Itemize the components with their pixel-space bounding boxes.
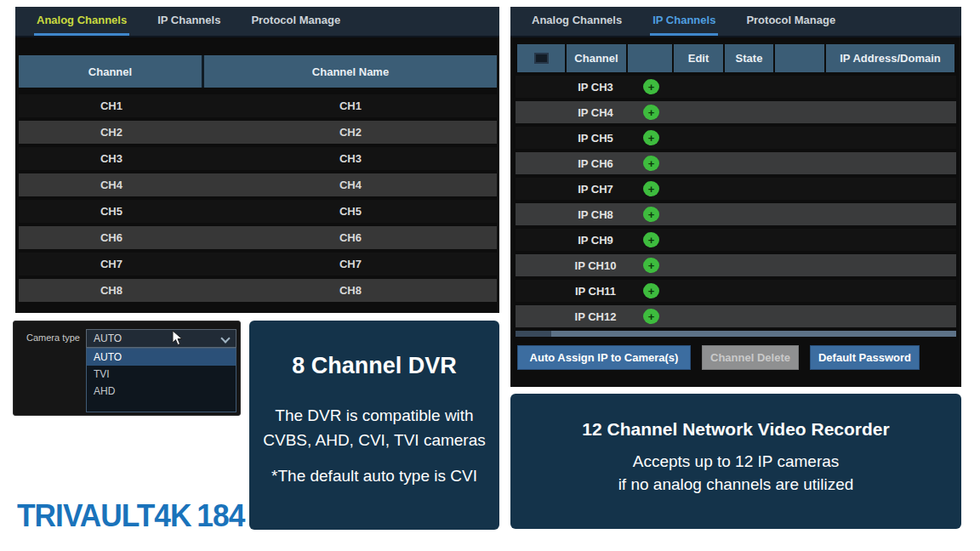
nvr-info-line2: if no analog channels are utilized bbox=[510, 474, 961, 497]
channel-cell: CH1 bbox=[19, 99, 204, 112]
nvr-info-title: 12 Channel Network Video Recorder bbox=[510, 419, 961, 440]
add-camera-icon[interactable]: + bbox=[643, 309, 659, 324]
channel-name-cell: CH8 bbox=[204, 284, 497, 297]
dvr-info-line1: The DVR is compatible with bbox=[249, 403, 499, 428]
column-header-channel: Channel bbox=[19, 55, 202, 88]
tab-ip-channels[interactable]: IP Channels bbox=[155, 7, 223, 36]
channel-name-cell: CH2 bbox=[204, 126, 497, 139]
analog-table-header: Channel Channel Name bbox=[19, 55, 497, 88]
channel-cell: CH2 bbox=[19, 126, 204, 139]
table-row[interactable]: CH8CH8 bbox=[19, 279, 497, 302]
table-row[interactable]: CH3CH3 bbox=[19, 147, 497, 170]
camera-type-panel: Camera type AUTO AUTO TVI AHD bbox=[13, 321, 241, 416]
table-row[interactable]: IP CH3+ bbox=[516, 76, 956, 98]
mouse-cursor bbox=[172, 330, 183, 346]
nvr-info-box: 12 Channel Network Video Recorder Accept… bbox=[510, 394, 961, 529]
ip-channel-label: IP CH11 bbox=[563, 285, 628, 298]
dropdown-option-tvi[interactable]: TVI bbox=[87, 366, 236, 383]
add-camera-icon[interactable]: + bbox=[643, 156, 659, 171]
auto-assign-ip-button[interactable]: Auto Assign IP to Camera(s) bbox=[517, 345, 691, 370]
camera-type-select[interactable]: AUTO bbox=[86, 329, 236, 348]
add-camera-icon[interactable]: + bbox=[643, 258, 659, 273]
ip-channel-label: IP CH3 bbox=[563, 81, 628, 94]
table-row[interactable]: CH6CH6 bbox=[19, 226, 497, 249]
ip-channel-label: IP CH12 bbox=[563, 310, 628, 323]
camera-type-label: Camera type bbox=[26, 332, 80, 343]
select-all-checkbox[interactable] bbox=[534, 53, 549, 64]
ip-channel-label: IP CH5 bbox=[563, 132, 628, 145]
channel-delete-button[interactable]: Channel Delete bbox=[702, 345, 799, 370]
scrollbar-thumb[interactable] bbox=[516, 331, 551, 337]
camera-type-selected-value: AUTO bbox=[94, 332, 122, 344]
chevron-down-icon bbox=[222, 335, 229, 342]
ip-table-header: Channel Edit State IP Address/Domain bbox=[517, 44, 954, 72]
tab-analog-channels[interactable]: Analog Channels bbox=[529, 7, 624, 36]
channel-cell: CH3 bbox=[19, 152, 204, 165]
left-tab-bar: Analog Channels IP Channels Protocol Man… bbox=[15, 7, 499, 37]
table-row[interactable]: CH2CH2 bbox=[19, 121, 497, 144]
table-row[interactable]: IP CH9+ bbox=[516, 229, 956, 251]
add-camera-icon[interactable]: + bbox=[643, 207, 659, 222]
add-camera-icon[interactable]: + bbox=[643, 79, 659, 94]
table-row[interactable]: IP CH6+ bbox=[516, 152, 956, 174]
nvr-info-body: Accepts up to 12 IP cameras if no analog… bbox=[510, 451, 961, 496]
table-row[interactable]: IP CH7+ bbox=[516, 178, 956, 200]
ip-panel-buttons: Auto Assign IP to Camera(s) Channel Dele… bbox=[517, 345, 954, 370]
channel-name-cell: CH6 bbox=[204, 231, 497, 244]
table-row[interactable]: IP CH8+ bbox=[516, 203, 956, 225]
ip-channel-label: IP CH8 bbox=[563, 208, 628, 221]
horizontal-scrollbar[interactable] bbox=[516, 331, 956, 337]
add-camera-icon[interactable]: + bbox=[643, 232, 659, 247]
channel-cell: CH6 bbox=[19, 231, 204, 244]
channel-name-cell: CH1 bbox=[204, 99, 497, 112]
default-password-button[interactable]: Default Password bbox=[810, 345, 920, 370]
add-camera-icon[interactable]: + bbox=[643, 283, 659, 298]
tab-ip-channels[interactable]: IP Channels bbox=[650, 7, 718, 36]
table-row[interactable]: IP CH11+ bbox=[516, 280, 956, 302]
table-row[interactable]: IP CH5+ bbox=[516, 127, 956, 149]
column-header-add bbox=[628, 44, 672, 72]
ip-channel-label: IP CH10 bbox=[563, 259, 628, 272]
table-row[interactable]: CH5CH5 bbox=[19, 200, 497, 223]
dvr-info-box: 8 Channel DVR The DVR is compatible with… bbox=[249, 321, 499, 530]
column-header-channel: Channel bbox=[567, 44, 626, 72]
table-row[interactable]: CH4CH4 bbox=[19, 173, 497, 196]
ip-channel-label: IP CH4 bbox=[563, 106, 628, 119]
table-row[interactable]: IP CH12+ bbox=[516, 305, 956, 327]
channel-cell: CH5 bbox=[19, 205, 204, 218]
dvr-info-line2: CVBS, AHD, CVI, TVI cameras bbox=[249, 428, 499, 452]
channel-name-cell: CH3 bbox=[204, 152, 497, 165]
tab-protocol-manage[interactable]: Protocol Manage bbox=[744, 7, 838, 36]
column-header-blank bbox=[775, 44, 824, 72]
camera-type-dropdown-list: AUTO TVI AHD bbox=[86, 348, 236, 412]
add-camera-icon[interactable]: + bbox=[643, 130, 659, 145]
analog-channels-panel: Analog Channels IP Channels Protocol Man… bbox=[15, 7, 499, 313]
add-camera-icon[interactable]: + bbox=[643, 105, 659, 120]
channel-cell: CH4 bbox=[19, 179, 204, 191]
nvr-info-line1: Accepts up to 12 IP cameras bbox=[510, 451, 961, 474]
table-row[interactable]: CH7CH7 bbox=[19, 253, 497, 276]
table-row[interactable]: IP CH10+ bbox=[516, 254, 956, 276]
select-all-cell bbox=[517, 44, 565, 72]
channel-cell: CH7 bbox=[19, 258, 204, 270]
dropdown-option-ahd[interactable]: AHD bbox=[87, 383, 236, 400]
column-header-ip-address: IP Address/Domain bbox=[826, 44, 954, 72]
dvr-info-footnote: *The default auto type is CVI bbox=[249, 467, 499, 486]
ip-channel-label: IP CH6 bbox=[563, 157, 628, 170]
tab-protocol-manage[interactable]: Protocol Manage bbox=[248, 7, 343, 36]
column-header-state: State bbox=[725, 44, 773, 72]
ip-channels-panel: Analog Channels IP Channels Protocol Man… bbox=[510, 7, 961, 387]
ip-table-rows: IP CH3+ IP CH4+ IP CH5+ IP CH6+ IP CH7+ … bbox=[516, 76, 956, 327]
table-row[interactable]: CH1CH1 bbox=[19, 94, 497, 117]
right-tab-bar: Analog Channels IP Channels Protocol Man… bbox=[510, 7, 961, 37]
tab-analog-channels[interactable]: Analog Channels bbox=[34, 7, 129, 36]
logo-main-text: TRIVAULT4K bbox=[17, 497, 191, 534]
ip-channel-label: IP CH7 bbox=[563, 183, 628, 196]
table-row[interactable]: IP CH4+ bbox=[516, 101, 956, 123]
column-header-channel-name: Channel Name bbox=[204, 55, 497, 88]
logo-suffix-text: 184 bbox=[197, 497, 244, 534]
dvr-info-title: 8 Channel DVR bbox=[249, 353, 499, 379]
dropdown-option-auto[interactable]: AUTO bbox=[87, 349, 236, 366]
ip-channel-label: IP CH9 bbox=[563, 234, 628, 247]
add-camera-icon[interactable]: + bbox=[643, 181, 659, 196]
